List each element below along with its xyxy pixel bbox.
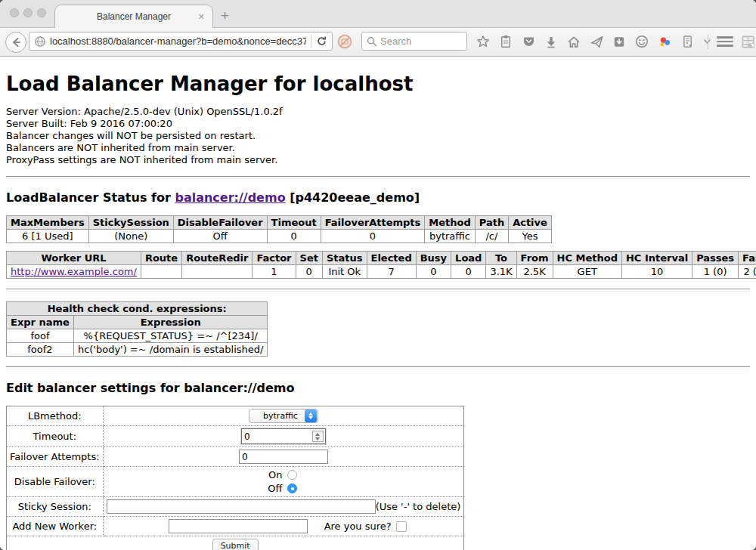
window-zoom-button[interactable] xyxy=(37,8,46,17)
col-passes: Passes xyxy=(692,252,739,265)
col-status: Status xyxy=(322,252,367,265)
browser-window: Balancer Manager ✕ + localhost:8880/bala… xyxy=(0,0,756,550)
sticky-session-input[interactable] xyxy=(107,499,376,514)
new-tab-button[interactable]: + xyxy=(221,8,229,24)
cell-expression: hc('body') =~ /domain is established/ xyxy=(73,343,268,357)
search-bar[interactable]: Search xyxy=(361,32,467,51)
col-stickysession: StickySession xyxy=(88,216,173,230)
col-path: Path xyxy=(475,216,508,230)
proxypass-note-line: ProxyPass settings are NOT inherited fro… xyxy=(6,154,750,166)
timeout-input[interactable] xyxy=(242,429,311,443)
content-blocked-icon[interactable] xyxy=(337,34,352,49)
table-row: http://www.example.com/ 1 0 Init Ok 7 0 … xyxy=(7,265,756,279)
col-worker-url: Worker URL xyxy=(7,252,141,265)
cell-method: bytraffic xyxy=(425,230,475,243)
col-from: From xyxy=(516,252,553,265)
persist-note-line: Balancer changes will NOT be persisted o… xyxy=(6,130,750,142)
cell-expr-name: foof xyxy=(7,329,74,343)
tab-title: Balancer Manager xyxy=(97,11,171,22)
col-expr-name: Expr name xyxy=(7,316,74,329)
health-table-title: Health check cond. expressions: xyxy=(7,302,268,316)
edit-balancer-form: LBmethod: bytraffic Timeout: xyxy=(6,406,464,550)
clipboard-icon[interactable] xyxy=(499,35,513,48)
status-heading-suffix: [p4420eeae_demo] xyxy=(286,190,420,205)
table-row: foof2 hc('body') =~ /domain is establish… xyxy=(7,343,268,357)
worker-url-link[interactable]: http://www.example.com/ xyxy=(11,266,137,277)
failover-attempts-input[interactable] xyxy=(239,450,328,464)
col-maxmembers: MaxMembers xyxy=(7,216,89,230)
sticky-session-note: (Use '-' to delete) xyxy=(376,501,461,512)
tab-balancer-manager[interactable]: Balancer Manager ✕ xyxy=(54,5,213,28)
colored-dots-addon-icon[interactable] xyxy=(658,35,671,48)
url-bar[interactable]: localhost:8880/balancer-manager?b=demo&n… xyxy=(29,32,333,51)
worker-status-table: Worker URL Route RouteRedir Factor Set S… xyxy=(6,251,756,279)
cell-worker-url: http://www.example.com/ xyxy=(7,265,141,279)
cell-hc-method: GET xyxy=(553,265,621,279)
save-to-device-icon[interactable] xyxy=(612,35,626,48)
navigation-toolbar: localhost:8880/balancer-manager?b=demo&n… xyxy=(0,28,756,57)
cell-expression: %{REQUEST_STATUS} =~ /^[234]/ xyxy=(73,329,268,343)
home-icon[interactable] xyxy=(567,35,581,48)
cell-disablefailover: Off xyxy=(173,230,267,243)
are-you-sure-label: Are you sure? xyxy=(324,521,392,532)
col-busy: Busy xyxy=(416,252,451,265)
tab-strip: Balancer Manager ✕ + xyxy=(0,0,756,28)
cell-busy: 0 xyxy=(416,265,451,279)
col-routeredir: RouteRedir xyxy=(182,252,253,265)
col-load: Load xyxy=(451,252,486,265)
col-factor: Factor xyxy=(253,252,296,265)
table-row: foof %{REQUEST_STATUS} =~ /^[234]/ xyxy=(7,329,268,343)
number-spinner-icon[interactable] xyxy=(312,431,324,442)
add-worker-input[interactable] xyxy=(169,519,308,533)
balancer-status-table: MaxMembers StickySession DisableFailover… xyxy=(6,215,552,243)
downloads-icon[interactable] xyxy=(544,35,558,48)
tab-close-icon[interactable]: ✕ xyxy=(198,12,205,22)
cell-stickysession: (None) xyxy=(88,230,173,243)
section-divider xyxy=(6,176,750,179)
col-fails: Fails xyxy=(739,252,756,265)
are-you-sure-checkbox[interactable] xyxy=(396,521,407,532)
url-text[interactable]: localhost:8880/balancer-manager?b=demo&n… xyxy=(50,36,306,47)
feedback-smiley-icon[interactable] xyxy=(635,35,649,48)
window-minimize-button[interactable] xyxy=(23,8,33,17)
radio-on[interactable] xyxy=(287,470,297,480)
pocket-icon[interactable] xyxy=(522,35,535,48)
radio-off[interactable] xyxy=(287,484,297,493)
notes-panel-icon[interactable] xyxy=(680,35,694,48)
balancer-demo-link[interactable]: balancer://demo xyxy=(175,190,285,205)
cell-status: Init Ok xyxy=(322,265,367,279)
toolbar-divider xyxy=(708,34,708,49)
send-icon[interactable] xyxy=(590,35,603,48)
urlbar-divider xyxy=(311,35,311,48)
form-row-lbmethod: LBmethod: bytraffic xyxy=(7,406,464,426)
server-built-line: Server Built: Feb 9 2016 07:00:20 xyxy=(6,118,750,130)
table-header-row: Expr name Expression xyxy=(7,316,268,329)
col-timeout: Timeout xyxy=(267,216,321,230)
lbmethod-selected-value: bytraffic xyxy=(257,411,304,421)
form-row-failover-attempts: Failover Attempts: xyxy=(7,447,464,467)
sticky-session-label: Sticky Session: xyxy=(7,497,104,517)
form-row-add-worker: Add New Worker: Are you sure? xyxy=(7,517,464,536)
timeout-field[interactable] xyxy=(241,428,326,444)
timeout-label: Timeout: xyxy=(7,426,104,447)
window-close-button[interactable] xyxy=(10,8,19,17)
cell-active: Yes xyxy=(509,230,552,243)
search-icon xyxy=(367,36,377,47)
reload-icon[interactable] xyxy=(316,36,327,47)
col-set: Set xyxy=(296,252,322,265)
cell-expr-name: foof2 xyxy=(7,343,74,357)
health-check-table: Health check cond. expressions: Expr nam… xyxy=(6,301,268,357)
cell-route xyxy=(141,265,181,279)
pages-grid-icon[interactable] xyxy=(741,35,755,49)
back-button[interactable] xyxy=(5,32,26,53)
menu-icon[interactable] xyxy=(717,36,733,47)
col-elected: Elected xyxy=(367,252,416,265)
bookmark-star-icon[interactable] xyxy=(476,35,490,48)
search-placeholder: Search xyxy=(380,36,411,47)
lbmethod-select[interactable]: bytraffic xyxy=(249,409,318,423)
submit-button[interactable]: Submit xyxy=(212,539,259,550)
form-row-timeout: Timeout: xyxy=(7,426,464,447)
section-divider xyxy=(6,289,750,292)
page-content: Load Balancer Manager for localhost Serv… xyxy=(0,73,756,550)
chevron-down-icon[interactable] xyxy=(703,35,711,48)
